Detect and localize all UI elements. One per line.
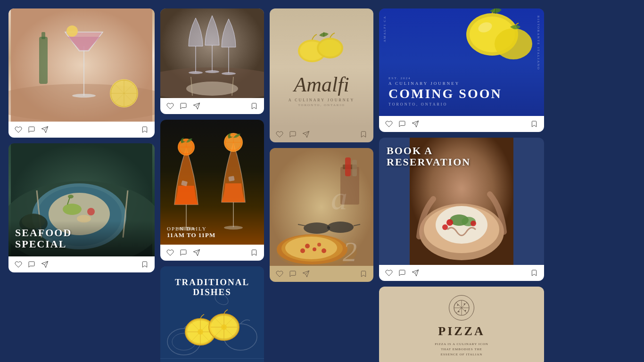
traditional-title2: DISHES	[175, 288, 249, 297]
svg-rect-98	[345, 157, 351, 176]
amalfi-image: Amalfi A CULINARY JOURNEY TORONTO, ONTAR…	[270, 8, 373, 126]
heart-icon[interactable]	[166, 102, 174, 110]
share-icon[interactable]	[41, 125, 49, 134]
card-dining	[160, 8, 264, 114]
actions-left	[385, 120, 420, 128]
pizza-info-content: PIZZA PIZZA IS A CULINARY ICON THAT EMBO…	[379, 287, 544, 362]
reservation-title2: RESERVATION	[387, 156, 471, 168]
pizza-photo-image: 2 a	[270, 148, 373, 266]
reservation-overlay: BOOK A RESERVATION	[387, 145, 471, 168]
cocktail-image	[8, 8, 155, 122]
share-icon[interactable]	[192, 102, 201, 110]
svg-point-38	[205, 70, 219, 73]
coming-soon-title: COMING SOON	[388, 87, 535, 101]
heart-icon[interactable]	[275, 130, 284, 139]
coming-soon-card-actions	[379, 116, 544, 132]
svg-rect-60	[228, 176, 235, 181]
heart-icon[interactable]	[275, 270, 284, 278]
svg-point-83	[221, 324, 227, 330]
seafood-title2: SPECIAL	[15, 239, 148, 250]
share-icon[interactable]	[302, 130, 310, 139]
actions-left	[275, 270, 310, 278]
svg-point-109	[305, 244, 310, 248]
bookmark-icon[interactable]	[140, 260, 149, 269]
column-4: AMALFI CA RISTORANTE ITALIANO	[379, 8, 544, 362]
heart-icon[interactable]	[385, 120, 393, 128]
svg-point-112	[317, 243, 321, 247]
share-icon[interactable]	[411, 120, 420, 128]
heart-icon[interactable]	[14, 260, 23, 269]
svg-point-40	[222, 72, 236, 75]
bookmark-icon[interactable]	[530, 120, 538, 128]
svg-point-110	[313, 247, 316, 251]
comment-icon[interactable]	[289, 130, 297, 139]
svg-point-142	[464, 304, 465, 305]
bookmark-icon[interactable]	[250, 248, 258, 257]
side-text-right: RISTORANTE ITALIANO	[537, 16, 540, 70]
comment-icon[interactable]	[179, 102, 188, 110]
svg-rect-13	[39, 37, 48, 84]
svg-rect-14	[41, 32, 45, 39]
svg-point-131	[446, 219, 453, 226]
comment-icon[interactable]	[398, 120, 406, 128]
card-coming-soon: AMALFI CA RISTORANTE ITALIANO	[379, 8, 544, 132]
reservation-image: BOOK A RESERVATION	[379, 138, 544, 265]
reservation-card-actions	[379, 265, 544, 281]
svg-point-36	[189, 71, 203, 74]
actions-left	[14, 260, 49, 269]
svg-text:a: a	[331, 180, 347, 216]
bookmark-icon[interactable]	[530, 269, 538, 277]
coming-soon-journey: A CULINARY JOURNEY	[388, 81, 535, 86]
pizza-info-description: PIZZA IS A CULINARY ICON THAT EMBODIES T…	[435, 342, 488, 358]
comment-icon[interactable]	[179, 248, 188, 257]
pizza-photo-card-actions	[270, 266, 373, 282]
heart-icon[interactable]	[166, 248, 174, 257]
svg-point-3	[72, 94, 96, 98]
share-icon[interactable]	[41, 260, 49, 269]
reservation-title1: BOOK A	[387, 145, 471, 156]
share-icon[interactable]	[302, 270, 310, 278]
amalfi-location: TORONTO, ONTARIO	[298, 103, 345, 107]
pizza-info-title: PIZZA	[438, 324, 485, 338]
card-amalfi: Amalfi A CULINARY JOURNEY TORONTO, ONTAR…	[270, 8, 373, 142]
column-2: OPEN DAILY 11AM TO 11PM	[160, 8, 264, 362]
heart-icon[interactable]	[385, 269, 393, 277]
card-pizza-photo: 2 a	[270, 148, 373, 282]
coming-soon-year: EST. 2024	[388, 76, 535, 80]
seafood-image: SEAFOOD SPECIAL	[8, 143, 155, 256]
share-icon[interactable]	[192, 248, 201, 257]
card-cocktail	[8, 8, 155, 138]
bookmark-icon[interactable]	[359, 270, 368, 278]
comment-icon[interactable]	[289, 270, 297, 278]
svg-text:2: 2	[343, 236, 357, 266]
dining-image	[160, 8, 264, 98]
card-pizza-info: PIZZA PIZZA IS A CULINARY ICON THAT EMBO…	[379, 287, 544, 362]
comment-icon[interactable]	[27, 125, 36, 134]
svg-point-108	[285, 237, 337, 259]
amalfi-title: Amalfi	[294, 74, 349, 95]
svg-point-133	[471, 221, 476, 226]
svg-point-141	[457, 304, 459, 306]
bookmark-icon[interactable]	[140, 125, 149, 134]
drinks-card-actions	[160, 245, 264, 261]
traditional-image: TRADITIONAL DISHES	[160, 266, 264, 358]
bookmark-icon[interactable]	[250, 102, 258, 110]
card-reservation: BOOK A RESERVATION	[379, 138, 544, 281]
svg-point-111	[300, 248, 305, 253]
heart-icon[interactable]	[14, 125, 23, 134]
open-daily-overlay: OPEN DAILY 11AM TO 11PM	[160, 220, 264, 245]
share-icon[interactable]	[411, 269, 420, 277]
svg-point-23	[87, 208, 95, 215]
column-3: Amalfi A CULINARY JOURNEY TORONTO, ONTAR…	[270, 8, 373, 282]
pizza-icon-circle	[449, 295, 474, 321]
card-traditional: TRADITIONAL DISHES	[160, 266, 264, 362]
actions-left	[166, 248, 201, 257]
comment-icon[interactable]	[27, 260, 36, 269]
comment-icon[interactable]	[398, 269, 406, 277]
seafood-text-overlay: SEAFOOD SPECIAL	[8, 221, 155, 256]
svg-rect-99	[352, 160, 357, 176]
card-drinks: OPEN DAILY 11AM TO 11PM	[160, 120, 264, 261]
svg-point-101	[327, 222, 354, 233]
svg-point-6	[66, 25, 78, 37]
bookmark-icon[interactable]	[359, 130, 368, 139]
